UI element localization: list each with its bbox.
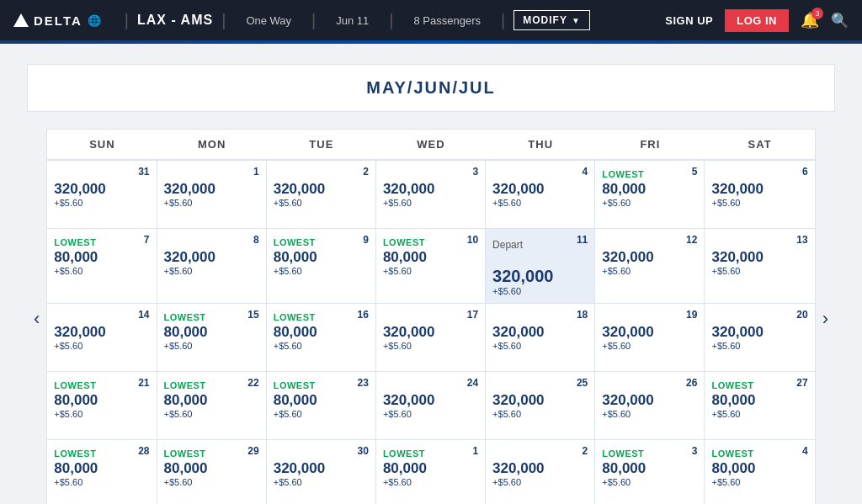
calendar-cell-regular[interactable]: 24320,000+$5.60 — [376, 372, 486, 439]
calendar-cell-lowest[interactable]: 29LOWEST80,000+$5.60 — [157, 440, 267, 504]
signup-button[interactable]: SIGN UP — [665, 14, 713, 27]
day-number: 31 — [138, 166, 149, 178]
calendar-cell-lowest[interactable]: 4LOWEST80,000+$5.60 — [705, 440, 814, 504]
cell-price-sub: +$5.60 — [164, 341, 259, 351]
cell-price-sub: +$5.60 — [164, 409, 259, 419]
calendar-cell-regular[interactable]: 30320,000+$5.60 — [267, 440, 376, 504]
lowest-label: LOWEST — [383, 448, 478, 459]
day-header-fri: FRI — [595, 130, 705, 159]
cell-price-sub: +$5.60 — [492, 341, 588, 351]
day-number: 10 — [467, 234, 478, 246]
calendar-cell-regular[interactable]: 13320,000+$5.60 — [705, 229, 814, 303]
globe-icon: 🌐 — [88, 14, 103, 27]
calendar-title: MAY/JUN/JUL — [27, 64, 835, 112]
cell-price-sub: +$5.60 — [602, 266, 697, 276]
calendar-cell-regular[interactable]: 19320,000+$5.60 — [595, 304, 705, 371]
cell-price-sub: +$5.60 — [274, 409, 369, 419]
cell-price: 320,000 — [54, 181, 149, 198]
cell-price: 80,000 — [164, 392, 259, 409]
day-number: 28 — [138, 445, 149, 457]
calendar-week-row: 7LOWEST80,000+$5.608320,000+$5.609LOWEST… — [47, 228, 814, 303]
prev-month-button[interactable]: ‹ — [27, 308, 46, 330]
day-number: 23 — [358, 377, 369, 389]
calendar-cell-regular[interactable]: 8320,000+$5.60 — [157, 229, 267, 303]
calendar-cell-lowest[interactable]: 1LOWEST80,000+$5.60 — [376, 440, 486, 504]
calendar-cell-regular[interactable]: 2320,000+$5.60 — [486, 440, 595, 504]
calendar-cell-lowest[interactable]: 5LOWEST80,000+$5.60 — [595, 161, 705, 228]
calendar-cell-regular[interactable]: 20320,000+$5.60 — [705, 304, 814, 371]
next-month-button[interactable]: › — [816, 308, 835, 330]
calendar-cell-lowest[interactable]: 16LOWEST80,000+$5.60 — [267, 304, 376, 371]
cell-price: 80,000 — [383, 460, 478, 477]
login-button[interactable]: LOG IN — [725, 9, 789, 32]
day-number: 29 — [247, 445, 258, 457]
sep4: | — [389, 11, 393, 30]
day-number: 18 — [577, 309, 588, 321]
day-number: 4 — [802, 445, 808, 457]
calendar-cell-depart[interactable]: 11Depart320,000+$5.60 — [486, 229, 595, 303]
calendar-cell-regular[interactable]: 12320,000+$5.60 — [595, 229, 705, 303]
day-number: 4 — [583, 166, 588, 178]
calendar-cell-regular[interactable]: 17320,000+$5.60 — [376, 304, 486, 371]
calendar-week-row: 28LOWEST80,000+$5.6029LOWEST80,000+$5.60… — [47, 439, 814, 504]
day-number: 12 — [686, 234, 697, 246]
sep2: | — [221, 11, 226, 30]
calendar-cell-lowest[interactable]: 3LOWEST80,000+$5.60 — [595, 440, 705, 504]
cell-price-sub: +$5.60 — [54, 266, 149, 276]
calendar-cell-lowest[interactable]: 22LOWEST80,000+$5.60 — [157, 372, 267, 439]
calendar-cell-lowest[interactable]: 28LOWEST80,000+$5.60 — [47, 440, 157, 504]
cell-price-sub: +$5.60 — [274, 341, 369, 351]
modify-chevron-icon: ▼ — [572, 16, 581, 25]
cell-price-sub: +$5.60 — [711, 198, 807, 208]
day-number: 5 — [692, 166, 698, 178]
cell-price: 80,000 — [711, 460, 807, 477]
calendar-cell-regular[interactable]: 3320,000+$5.60 — [376, 161, 486, 228]
calendar-week-row: 31320,000+$5.601320,000+$5.602320,000+$5… — [47, 160, 814, 228]
calendar-cell-regular[interactable]: 6320,000+$5.60 — [705, 161, 814, 228]
calendar-cell-regular[interactable]: 31320,000+$5.60 — [47, 161, 157, 228]
cell-price: 80,000 — [602, 181, 697, 198]
notifications-bell[interactable]: 🔔 3 — [801, 11, 819, 29]
cell-price: 320,000 — [602, 249, 697, 266]
lowest-label: LOWEST — [54, 237, 149, 247]
calendar-cell-regular[interactable]: 18320,000+$5.60 — [486, 304, 595, 371]
trip-type: One Way — [237, 14, 300, 27]
calendar-cell-regular[interactable]: 25320,000+$5.60 — [486, 372, 595, 439]
calendar-cell-lowest[interactable]: 21LOWEST80,000+$5.60 — [47, 372, 157, 439]
cell-price: 320,000 — [54, 324, 149, 341]
day-number: 20 — [796, 309, 807, 321]
lowest-label: LOWEST — [164, 448, 259, 459]
calendar-cell-lowest[interactable]: 10LOWEST80,000+$5.60 — [376, 229, 486, 303]
cell-price: 80,000 — [383, 249, 478, 266]
calendar-cell-lowest[interactable]: 15LOWEST80,000+$5.60 — [157, 304, 267, 371]
cell-price-sub: +$5.60 — [492, 198, 588, 208]
cell-price-sub: +$5.60 — [54, 409, 149, 419]
day-number: 13 — [796, 234, 807, 246]
lowest-label: LOWEST — [274, 312, 369, 322]
day-number: 15 — [247, 309, 258, 321]
calendar-cell-regular[interactable]: 2320,000+$5.60 — [267, 161, 376, 228]
cell-price: 80,000 — [54, 392, 149, 409]
calendar-cell-lowest[interactable]: 9LOWEST80,000+$5.60 — [267, 229, 376, 303]
search-icon[interactable]: 🔍 — [831, 12, 849, 29]
day-header-thu: THU — [486, 130, 595, 159]
cell-price: 320,000 — [492, 324, 588, 341]
calendar-cell-regular[interactable]: 14320,000+$5.60 — [47, 304, 157, 371]
calendar-cell-lowest[interactable]: 23LOWEST80,000+$5.60 — [267, 372, 376, 439]
calendar-cell-regular[interactable]: 26320,000+$5.60 — [595, 372, 705, 439]
day-number: 30 — [358, 445, 369, 457]
day-number: 2 — [583, 445, 588, 457]
day-number: 3 — [692, 445, 698, 457]
notification-badge: 3 — [811, 8, 823, 19]
calendar-cell-lowest[interactable]: 27LOWEST80,000+$5.60 — [705, 372, 814, 439]
route-text: LAX - AMS — [137, 13, 213, 28]
modify-button[interactable]: MODIFY ▼ — [513, 10, 590, 30]
calendar-cell-regular[interactable]: 4320,000+$5.60 — [486, 161, 595, 228]
day-number: 2 — [363, 166, 369, 178]
cell-price: 320,000 — [711, 324, 807, 341]
day-number: 22 — [247, 377, 258, 389]
calendar-cell-lowest[interactable]: 7LOWEST80,000+$5.60 — [47, 229, 157, 303]
cell-price: 320,000 — [164, 181, 259, 198]
cell-price-sub: +$5.60 — [274, 477, 369, 487]
calendar-cell-regular[interactable]: 1320,000+$5.60 — [157, 161, 267, 228]
